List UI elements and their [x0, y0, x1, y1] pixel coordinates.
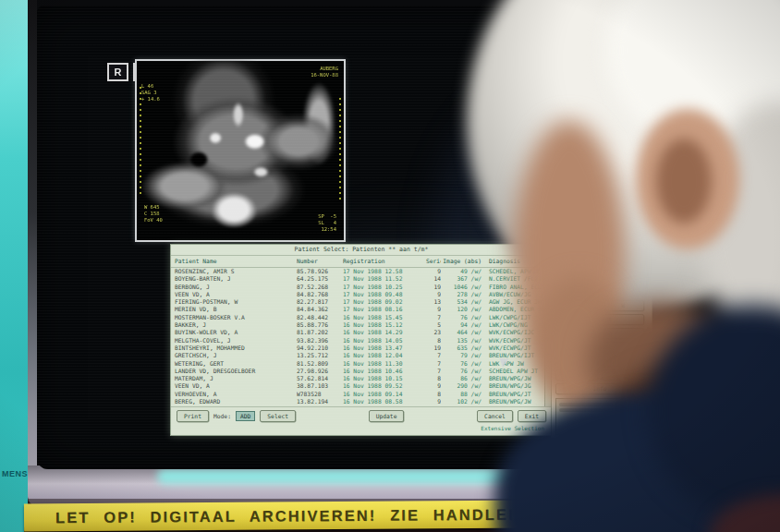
- mri-overlay-top-right: AUBERG16-NOV-88: [311, 66, 338, 79]
- cell-number: 38.87.103: [297, 382, 343, 390]
- table-row[interactable]: MELGTHA-COVEL, J93.82.39616 Nov 1988 14.…: [171, 337, 552, 345]
- cell-number: 84.82.768: [297, 291, 343, 298]
- mri-scale-ruler-right: [339, 98, 341, 200]
- cell-registration: 16 Nov 1988 09.14: [343, 391, 426, 398]
- mode-label: Mode:: [213, 413, 231, 419]
- cell-image-count: 367 /w/: [441, 275, 483, 283]
- cell-image-count: 88 /w/: [441, 391, 483, 398]
- mri-overlay-line: SL 4: [318, 220, 336, 226]
- rtl-logo-letter: R: [107, 63, 128, 81]
- mri-overlay-line: 16-NOV-88: [311, 72, 338, 79]
- side-panel-button[interactable]: Ind: [555, 300, 598, 311]
- side-panel-button[interactable]: Label: [602, 356, 644, 367]
- cell-patient-name: GRETCHSCH, J: [171, 352, 297, 359]
- cell-diagnosis: ABDOMEN, ECUR JG: [483, 306, 550, 313]
- table-row[interactable]: BAKKER, J85.88.77616 Nov 1988 15.12594 /…: [171, 321, 552, 329]
- table-row[interactable]: BEREG, EDWARD13.82.19416 Nov 1988 08.589…: [171, 398, 552, 405]
- cell-number: 85.78.926: [297, 268, 343, 275]
- side-panel-button[interactable]: Copying: [555, 342, 644, 353]
- cell-registration: 16 Nov 1988 10.15: [343, 375, 426, 382]
- column-header-series[interactable]: Series: [426, 256, 441, 267]
- panel-text-smudge: [557, 266, 646, 272]
- side-panel-button-label: Info: [593, 385, 607, 392]
- cell-series: 8: [426, 375, 441, 382]
- warning-sticker: LET OP! DIGITAAL ARCHIVEREN! ZIE HANDLEI…: [24, 500, 656, 532]
- table-row[interactable]: VERHOEVEN, AW78352816 Nov 1988 09.14888 …: [171, 391, 552, 398]
- cell-number: 93.82.396: [297, 337, 343, 345]
- table-row[interactable]: BERBONG, J87.52.26817 Nov 1988 10.251910…: [171, 284, 552, 291]
- column-header-registration[interactable]: Registration: [343, 256, 426, 267]
- table-scrollbar[interactable]: [544, 268, 551, 406]
- table-row[interactable]: BOYENG-BARTEN, J64.25.17517 Nov 1988 11.…: [171, 275, 552, 283]
- table-row[interactable]: ROSENZINC, AMIR S85.78.92617 Nov 1988 12…: [171, 268, 552, 275]
- cell-diagnosis: N.CERVIET /FL/IW/JG: [483, 275, 550, 283]
- side-panel-button[interactable]: W: [602, 300, 644, 311]
- exit-button[interactable]: Exit: [518, 410, 546, 422]
- table-row[interactable]: BUYINK-WOLER VD, A81.87.20216 Nov 1988 1…: [171, 329, 552, 336]
- table-row[interactable]: VEEN VD, A38.87.10316 Nov 1988 09.529290…: [171, 382, 552, 390]
- mri-overlay-line: SP -5: [318, 213, 336, 220]
- mini-box[interactable]: [598, 283, 615, 296]
- cell-patient-name: VEEN VD, A: [171, 291, 297, 298]
- mri-scale-ruler-left: [140, 87, 141, 198]
- crt-screen: RTL L 46SAG 3+ 14.6 AUBERG16-NOV-88 W 64…: [37, 6, 649, 469]
- table-row[interactable]: WETERING, GERT81.52.80916 Nov 1988 11.30…: [171, 360, 552, 368]
- cell-series: 14: [426, 275, 441, 283]
- cell-patient-name: BEREG, EDWARD: [171, 398, 297, 405]
- table-row[interactable]: LANDER VD, DRESGOELBOER27.98.92616 Nov 1…: [171, 368, 552, 375]
- cell-patient-name: ROSENZINC, AMIR S: [171, 268, 297, 275]
- side-panel-button-label: Map: [571, 357, 581, 364]
- cell-image-count: 102 /w/: [441, 398, 483, 405]
- table-row[interactable]: MOSTERMAN-BOSKER V.A82.48.44216 Nov 1988…: [171, 314, 552, 321]
- side-panel-button[interactable]: Map: [555, 356, 598, 367]
- mini-box[interactable]: [578, 283, 594, 296]
- patient-rows-repeater: ROSENZINC, AMIR S85.78.92617 Nov 1988 12…: [171, 268, 552, 405]
- cell-image-count: 120 /w/: [441, 306, 483, 313]
- mri-overlay-top-left: L 46SAG 3+ 14.6: [141, 83, 160, 103]
- table-row[interactable]: BINTSHEYRI, MOHAMMED94.92.21016 Nov 1988…: [171, 345, 552, 352]
- column-header-diagnosis[interactable]: Diagnosis: [483, 256, 550, 267]
- cell-image-count: 76 /w/: [441, 368, 483, 375]
- cell-registration: 16 Nov 1988 09.52: [343, 382, 426, 390]
- select-button[interactable]: Select: [260, 410, 296, 422]
- side-panel-button-label: Copying: [588, 330, 612, 336]
- side-panel-buttons: Ind W Protect Copying Copying Map Label …: [555, 300, 648, 394]
- mode-value-box[interactable]: ADD: [236, 411, 255, 421]
- extensive-selection-link[interactable]: Extensive Selection: [171, 424, 552, 432]
- table-row[interactable]: MATERDAM, J57.62.81416 Nov 1988 10.15886…: [171, 375, 552, 382]
- side-panel-button[interactable]: Copying: [555, 328, 644, 339]
- cell-image-count: 76 /w/: [441, 314, 483, 321]
- side-panel-button[interactable]: Info: [555, 383, 644, 394]
- print-button[interactable]: Print: [177, 410, 209, 422]
- cancel-button[interactable]: Cancel: [477, 410, 513, 422]
- side-panel-button-label: Put +: [615, 371, 632, 378]
- cell-series: 9: [426, 268, 441, 275]
- mri-overlay-bottom-right: SP -5SL 412:54: [318, 213, 336, 233]
- cell-series: 23: [426, 329, 441, 336]
- table-row[interactable]: VEEN VD, A84.82.76817 Nov 1988 09.489278…: [171, 291, 552, 298]
- column-header-number[interactable]: Number: [297, 256, 343, 267]
- cell-diagnosis: SCHEDEL APW JT: [483, 368, 550, 375]
- update-button[interactable]: Update: [369, 410, 405, 422]
- monitor-bezel-left: [28, 0, 37, 473]
- cell-diagnosis: BREUN/WPG/JT: [483, 391, 550, 398]
- side-panel-button[interactable]: Put -: [555, 369, 598, 381]
- side-panel-button[interactable]: Protect: [555, 314, 644, 325]
- table-row[interactable]: MERIEN VD, B84.84.36217 Nov 1988 08.1691…: [171, 306, 552, 313]
- side-panel-button-label: W: [621, 302, 625, 308]
- side-panel-button-label: Put -: [568, 371, 586, 378]
- cell-image-count: 79 /w/: [441, 352, 483, 359]
- table-row[interactable]: GRETCHSCH, J13.25.71216 Nov 1988 12.0477…: [171, 352, 552, 359]
- side-panel-button[interactable]: Put +: [602, 369, 644, 381]
- mini-box[interactable]: [557, 283, 574, 296]
- cell-series: 8: [426, 337, 441, 345]
- cell-diagnosis: WVK/ECWPG/IJC: [483, 329, 550, 336]
- cell-patient-name: LANDER VD, DRESGOELBOER: [171, 368, 297, 375]
- cell-number: 85.88.776: [297, 321, 343, 329]
- column-header-image[interactable]: Image (abs): [441, 256, 483, 267]
- mri-overlay-line: 12:54: [318, 226, 336, 233]
- cell-registration: 17 Nov 1988 09.48: [343, 291, 426, 298]
- cell-registration: 16 Nov 1988 14.05: [343, 337, 426, 345]
- table-row[interactable]: FIERING-POSTMAN, W82.27.81717 Nov 1988 0…: [171, 298, 552, 306]
- column-header-patient-name[interactable]: Patient Name: [171, 256, 297, 267]
